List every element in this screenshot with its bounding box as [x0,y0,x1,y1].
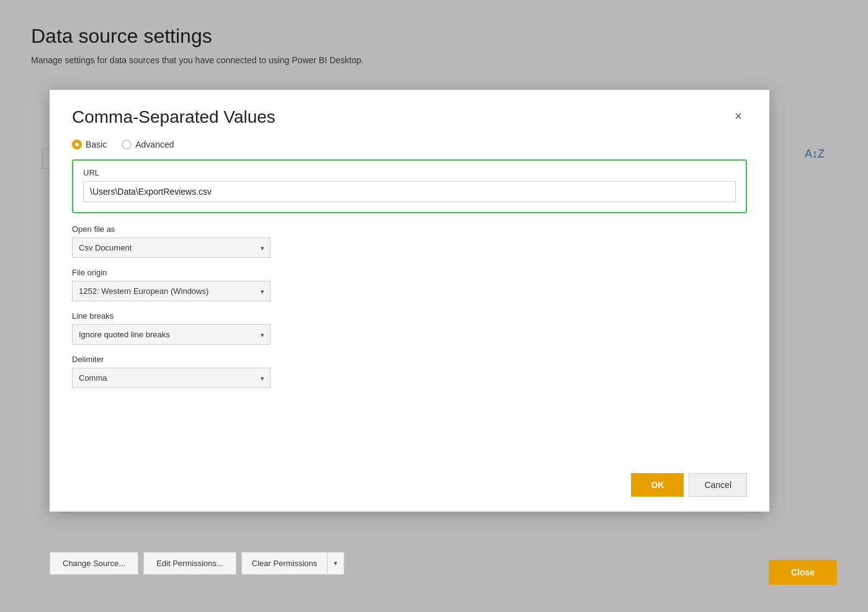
delimiter-wrapper: Comma ▾ [72,368,271,388]
delimiter-group: Delimiter Comma ▾ [72,355,747,388]
radio-basic-circle [72,140,82,149]
cancel-button[interactable]: Cancel [689,473,747,497]
clear-permissions-button[interactable]: Clear Permissions [242,552,328,574]
change-source-button[interactable]: Change Source... [50,552,138,575]
modal-close-button[interactable]: × [730,107,747,125]
modal-header: Comma-Separated Values × [50,90,769,133]
csv-dialog: Comma-Separated Values × Basic Advanced … [50,90,769,512]
modal-body: URL Open file as Csv Document ▾ File ori… [50,159,769,463]
clear-permissions-dropdown-arrow[interactable]: ▾ [328,552,344,574]
line-breaks-group: Line breaks Ignore quoted line breaks ▾ [72,311,747,345]
delimiter-select[interactable]: Comma [72,368,271,388]
url-label: URL [83,168,736,177]
radio-basic-label: Basic [86,140,107,149]
file-origin-wrapper: 1252: Western European (Windows) ▾ [72,281,271,301]
clear-permissions-split-button: Clear Permissions ▾ [241,552,344,575]
line-breaks-select[interactable]: Ignore quoted line breaks [72,324,271,345]
open-file-as-group: Open file as Csv Document ▾ [72,224,747,258]
url-section: URL [72,159,747,213]
ok-button[interactable]: OK [631,473,684,497]
modal-footer: OK Cancel [50,463,769,512]
radio-advanced-label: Advanced [135,140,174,149]
open-file-as-wrapper: Csv Document ▾ [72,237,271,258]
radio-basic-option[interactable]: Basic [72,140,107,149]
file-origin-group: File origin 1252: Western European (Wind… [72,268,747,301]
url-input[interactable] [83,181,736,202]
open-file-as-select[interactable]: Csv Document [72,237,271,258]
file-origin-label: File origin [72,268,747,277]
radio-advanced-option[interactable]: Advanced [122,140,174,149]
modal-title: Comma-Separated Values [72,107,275,127]
edit-permissions-button[interactable]: Edit Permissions... [143,552,236,575]
line-breaks-label: Line breaks [72,311,747,321]
line-breaks-wrapper: Ignore quoted line breaks ▾ [72,324,271,345]
open-file-as-label: Open file as [72,224,747,234]
bottom-toolbar: Change Source... Edit Permissions... Cle… [50,552,344,575]
radio-advanced-circle [122,140,132,149]
radio-tabs: Basic Advanced [50,133,769,159]
file-origin-select[interactable]: 1252: Western European (Windows) [72,281,271,301]
delimiter-label: Delimiter [72,355,747,364]
close-button[interactable]: Close [769,560,837,585]
